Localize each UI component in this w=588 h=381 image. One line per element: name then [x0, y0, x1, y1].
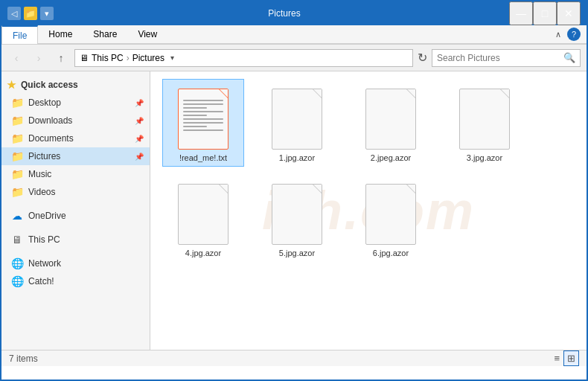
ribbon-action-buttons: ∧ ?: [546, 25, 587, 43]
status-bar: 7 items ≡ ⊞: [1, 350, 587, 366]
file-label-6: 6.jpg.azor: [373, 248, 409, 258]
pictures-label: Pictures: [28, 151, 60, 161]
breadcrumb[interactable]: 🖥 This PC › Pictures ▾: [74, 49, 413, 67]
maximize-button[interactable]: □: [533, 1, 557, 25]
item-count: 7 items: [9, 353, 38, 364]
catch-label: Catch!: [28, 276, 54, 286]
sidebar: ★ Quick access 📁 Desktop 📌 📁 Downloads 📌…: [1, 71, 150, 350]
downloads-label: Downloads: [28, 115, 72, 126]
file-thumb-2: [361, 83, 421, 150]
file-label-1: 1.jpg.azor: [279, 153, 315, 163]
txt-file-icon: [178, 89, 229, 150]
sidebar-item-music[interactable]: 📁 Music: [1, 165, 150, 183]
tab-view[interactable]: View: [127, 25, 167, 43]
file-label-2: 2.jpeg.azor: [371, 153, 411, 163]
app-icon-folder: 📁: [24, 7, 37, 20]
file-thumb-0: [173, 83, 233, 150]
file-thumb-1: [267, 83, 327, 150]
file-item-5[interactable]: 5.jpg.azor: [256, 174, 338, 262]
file-item-3[interactable]: 3.jpg.azor: [444, 79, 525, 167]
file-item-6[interactable]: 6.jpg.azor: [350, 174, 432, 262]
window-controls: — □ ✕: [509, 1, 581, 25]
title-bar-icons: ◁ 📁 ▾: [7, 7, 54, 20]
thispc-icon: 🖥: [10, 234, 24, 246]
breadcrumb-dropdown[interactable]: ▾: [170, 54, 174, 62]
forward-button[interactable]: ›: [30, 49, 48, 67]
sidebar-item-downloads[interactable]: 📁 Downloads 📌: [1, 112, 150, 129]
file-item-0[interactable]: !read_me!.txt: [162, 79, 244, 167]
file-item-1[interactable]: 1.jpg.azor: [256, 79, 338, 167]
files-grid: !read_me!.txt 1.jpg.azor: [162, 79, 575, 263]
refresh-button[interactable]: ↻: [418, 51, 427, 65]
network-icon: 🌐: [10, 257, 24, 269]
ribbon: File Home Share View ∧ ?: [1, 25, 587, 45]
sidebar-item-thispc[interactable]: 🖥 This PC: [1, 231, 150, 249]
app-icon-back: ◁: [7, 7, 21, 20]
desktop-pin-icon: 📌: [135, 99, 144, 107]
breadcrumb-computer-icon: 🖥: [80, 53, 89, 63]
breadcrumb-pictures: Pictures: [132, 53, 164, 63]
tab-share[interactable]: Share: [83, 25, 127, 43]
icon-view-button[interactable]: ⊞: [563, 350, 579, 366]
pictures-pin-icon: 📌: [135, 153, 144, 161]
sidebar-item-onedrive[interactable]: ☁ OneDrive: [1, 207, 150, 225]
file-label-4: 4.jpg.azor: [185, 248, 221, 258]
documents-label: Documents: [28, 133, 74, 144]
thispc-label: This PC: [28, 234, 60, 245]
minimize-button[interactable]: —: [509, 1, 533, 25]
sidebar-item-network[interactable]: 🌐 Network: [1, 254, 150, 272]
main-area: ★ Quick access 📁 Desktop 📌 📁 Downloads 📌…: [1, 71, 587, 350]
sidebar-item-pictures[interactable]: 📁 Pictures 📌: [1, 147, 150, 165]
documents-pin-icon: 📌: [135, 135, 144, 143]
generic-file-icon-6: [365, 184, 416, 245]
music-label: Music: [28, 169, 51, 179]
sidebar-item-videos[interactable]: 📁 Videos: [1, 183, 150, 201]
sidebar-item-catch[interactable]: 🌐 Catch!: [1, 272, 150, 290]
desktop-label: Desktop: [28, 97, 61, 108]
file-thumb-4: [173, 178, 233, 245]
breadcrumb-sep1: ›: [127, 53, 130, 63]
ribbon-help-button[interactable]: ?: [567, 28, 581, 41]
music-folder-icon: 📁: [10, 168, 24, 180]
sidebar-item-documents[interactable]: 📁 Documents 📌: [1, 129, 150, 147]
generic-file-icon-2: [365, 89, 416, 150]
onedrive-label: OneDrive: [28, 211, 66, 221]
quickaccess-star-icon: ★: [4, 79, 18, 91]
search-icon: 🔍: [563, 52, 575, 63]
ribbon-tabs: File Home Share View ∧ ?: [1, 25, 587, 44]
search-input[interactable]: [437, 53, 560, 63]
tab-file[interactable]: File: [1, 25, 38, 44]
catch-icon: 🌐: [10, 275, 24, 287]
generic-file-icon-1: [272, 89, 322, 150]
list-view-button[interactable]: ≡: [550, 350, 563, 366]
up-button[interactable]: ↑: [52, 49, 70, 67]
title-bar: ◁ 📁 ▾ Pictures — □ ✕: [1, 1, 587, 25]
file-label-3: 3.jpg.azor: [467, 153, 502, 163]
tab-home[interactable]: Home: [38, 25, 83, 43]
generic-file-icon-5: [272, 184, 322, 245]
ribbon-collapse-button[interactable]: ∧: [552, 29, 564, 40]
quickaccess-label: Quick access: [21, 80, 78, 90]
downloads-folder-icon: 📁: [10, 115, 24, 127]
documents-folder-icon: 📁: [10, 132, 24, 144]
pictures-folder-icon: 📁: [10, 150, 24, 162]
file-item-4[interactable]: 4.jpg.azor: [162, 174, 244, 262]
window-title: Pictures: [60, 8, 509, 19]
onedrive-icon: ☁: [10, 210, 24, 222]
file-label-5: 5.jpg.azor: [279, 248, 315, 258]
breadcrumb-thispc: This PC: [92, 53, 124, 63]
file-thumb-5: [267, 178, 327, 245]
sidebar-section-quickaccess[interactable]: ★ Quick access: [1, 76, 150, 94]
file-label-0: !read_me!.txt: [179, 153, 227, 163]
videos-label: Videos: [28, 187, 55, 197]
file-item-2[interactable]: 2.jpeg.azor: [350, 79, 432, 167]
content-area: ish.com: [150, 71, 587, 350]
downloads-pin-icon: 📌: [135, 117, 144, 125]
back-button[interactable]: ‹: [7, 49, 25, 67]
desktop-folder-icon: 📁: [10, 97, 24, 109]
sidebar-item-desktop[interactable]: 📁 Desktop 📌: [1, 94, 150, 112]
network-label: Network: [28, 258, 61, 269]
file-thumb-3: [455, 83, 514, 150]
search-bar[interactable]: 🔍: [432, 49, 581, 67]
close-button[interactable]: ✕: [557, 1, 581, 25]
